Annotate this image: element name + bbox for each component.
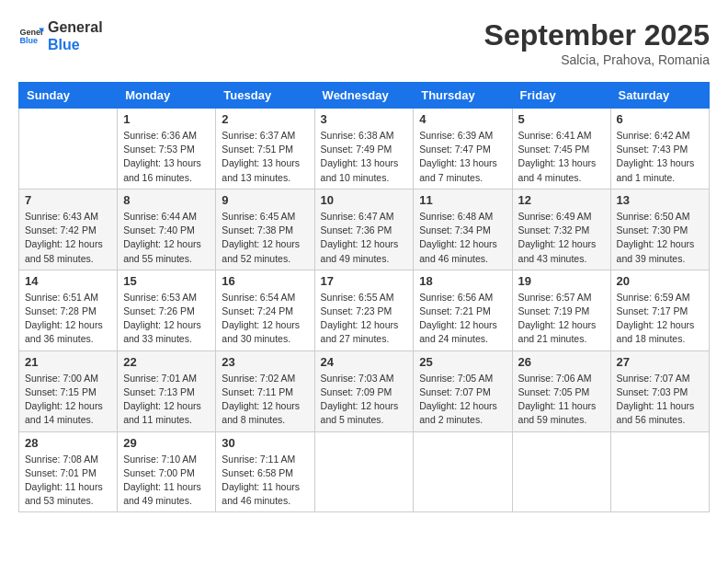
day-number: 6 [617, 112, 703, 126]
day-info: Sunrise: 6:36 AM Sunset: 7:53 PM Dayligh… [123, 129, 210, 185]
calendar-cell: 1Sunrise: 6:36 AM Sunset: 7:53 PM Daylig… [118, 109, 216, 190]
header: General Blue General Blue September 2025… [18, 18, 710, 67]
calendar-cell: 30Sunrise: 7:11 AM Sunset: 6:58 PM Dayli… [216, 431, 314, 512]
day-info: Sunrise: 6:42 AM Sunset: 7:43 PM Dayligh… [617, 129, 703, 185]
calendar-cell: 17Sunrise: 6:55 AM Sunset: 7:23 PM Dayli… [314, 270, 414, 350]
day-info: Sunrise: 6:38 AM Sunset: 7:49 PM Dayligh… [321, 129, 408, 185]
calendar-cell: 7Sunrise: 6:43 AM Sunset: 7:42 PM Daylig… [19, 189, 118, 270]
day-info: Sunrise: 6:50 AM Sunset: 7:30 PM Dayligh… [617, 210, 703, 266]
day-info: Sunrise: 6:49 AM Sunset: 7:32 PM Dayligh… [518, 210, 605, 266]
calendar-week-row: 14Sunrise: 6:51 AM Sunset: 7:28 PM Dayli… [19, 270, 710, 350]
weekday-header-row: SundayMondayTuesdayWednesdayThursdayFrid… [19, 83, 710, 109]
calendar-cell: 27Sunrise: 7:07 AM Sunset: 7:03 PM Dayli… [610, 350, 709, 431]
day-info: Sunrise: 7:06 AM Sunset: 7:05 PM Dayligh… [518, 372, 605, 428]
calendar-cell: 8Sunrise: 6:44 AM Sunset: 7:40 PM Daylig… [118, 189, 216, 270]
day-info: Sunrise: 6:41 AM Sunset: 7:45 PM Dayligh… [518, 129, 605, 185]
calendar-cell: 6Sunrise: 6:42 AM Sunset: 7:43 PM Daylig… [610, 109, 709, 190]
day-number: 2 [222, 112, 308, 126]
logo-icon: General Blue [18, 23, 44, 49]
day-info: Sunrise: 7:05 AM Sunset: 7:07 PM Dayligh… [419, 372, 506, 428]
calendar-cell: 13Sunrise: 6:50 AM Sunset: 7:30 PM Dayli… [610, 189, 709, 270]
day-info: Sunrise: 6:48 AM Sunset: 7:34 PM Dayligh… [419, 210, 506, 266]
weekday-header-thursday: Thursday [414, 83, 512, 109]
day-number: 7 [25, 193, 111, 207]
day-info: Sunrise: 7:03 AM Sunset: 7:09 PM Dayligh… [321, 372, 408, 428]
calendar-cell: 23Sunrise: 7:02 AM Sunset: 7:11 PM Dayli… [216, 350, 314, 431]
day-number: 13 [617, 193, 703, 207]
day-info: Sunrise: 6:51 AM Sunset: 7:28 PM Dayligh… [25, 291, 111, 347]
day-number: 17 [321, 274, 408, 288]
day-info: Sunrise: 6:54 AM Sunset: 7:24 PM Dayligh… [222, 291, 308, 347]
day-info: Sunrise: 6:43 AM Sunset: 7:42 PM Dayligh… [25, 210, 111, 266]
calendar-cell: 21Sunrise: 7:00 AM Sunset: 7:15 PM Dayli… [19, 350, 118, 431]
day-number: 23 [222, 355, 308, 369]
day-info: Sunrise: 6:45 AM Sunset: 7:38 PM Dayligh… [222, 210, 308, 266]
day-number: 26 [518, 355, 605, 369]
calendar-week-row: 7Sunrise: 6:43 AM Sunset: 7:42 PM Daylig… [19, 189, 710, 270]
weekday-header-tuesday: Tuesday [216, 83, 314, 109]
day-info: Sunrise: 6:59 AM Sunset: 7:17 PM Dayligh… [617, 291, 703, 347]
day-number: 1 [123, 112, 210, 126]
calendar-cell: 19Sunrise: 6:57 AM Sunset: 7:19 PM Dayli… [512, 270, 610, 350]
day-number: 30 [222, 436, 308, 450]
day-info: Sunrise: 6:53 AM Sunset: 7:26 PM Dayligh… [123, 291, 210, 347]
day-info: Sunrise: 6:39 AM Sunset: 7:47 PM Dayligh… [419, 129, 506, 185]
calendar-week-row: 28Sunrise: 7:08 AM Sunset: 7:01 PM Dayli… [19, 431, 710, 512]
calendar-week-row: 21Sunrise: 7:00 AM Sunset: 7:15 PM Dayli… [19, 350, 710, 431]
calendar-cell: 4Sunrise: 6:39 AM Sunset: 7:47 PM Daylig… [414, 109, 512, 190]
calendar-cell [314, 431, 414, 512]
logo: General Blue General Blue [18, 18, 103, 53]
weekday-header-sunday: Sunday [19, 83, 118, 109]
day-number: 11 [419, 193, 506, 207]
day-number: 27 [617, 355, 703, 369]
day-number: 20 [617, 274, 703, 288]
weekday-header-saturday: Saturday [610, 83, 709, 109]
day-number: 15 [123, 274, 210, 288]
calendar-week-row: 1Sunrise: 6:36 AM Sunset: 7:53 PM Daylig… [19, 109, 710, 190]
day-number: 22 [123, 355, 210, 369]
day-number: 10 [321, 193, 408, 207]
weekday-header-friday: Friday [512, 83, 610, 109]
weekday-header-monday: Monday [118, 83, 216, 109]
day-info: Sunrise: 7:11 AM Sunset: 6:58 PM Dayligh… [222, 453, 308, 509]
day-info: Sunrise: 6:55 AM Sunset: 7:23 PM Dayligh… [321, 291, 408, 347]
day-number: 21 [25, 355, 111, 369]
calendar-cell: 2Sunrise: 6:37 AM Sunset: 7:51 PM Daylig… [216, 109, 314, 190]
day-number: 4 [419, 112, 506, 126]
calendar-cell: 9Sunrise: 6:45 AM Sunset: 7:38 PM Daylig… [216, 189, 314, 270]
calendar-cell: 15Sunrise: 6:53 AM Sunset: 7:26 PM Dayli… [118, 270, 216, 350]
calendar-cell [19, 109, 118, 190]
day-info: Sunrise: 6:37 AM Sunset: 7:51 PM Dayligh… [222, 129, 308, 185]
calendar-cell: 29Sunrise: 7:10 AM Sunset: 7:00 PM Dayli… [118, 431, 216, 512]
calendar-cell: 12Sunrise: 6:49 AM Sunset: 7:32 PM Dayli… [512, 189, 610, 270]
day-number: 16 [222, 274, 308, 288]
calendar-cell: 25Sunrise: 7:05 AM Sunset: 7:07 PM Dayli… [414, 350, 512, 431]
day-number: 25 [419, 355, 506, 369]
calendar-table: SundayMondayTuesdayWednesdayThursdayFrid… [18, 82, 710, 512]
calendar-cell: 22Sunrise: 7:01 AM Sunset: 7:13 PM Dayli… [118, 350, 216, 431]
day-number: 18 [419, 274, 506, 288]
day-info: Sunrise: 7:07 AM Sunset: 7:03 PM Dayligh… [617, 372, 703, 428]
day-info: Sunrise: 7:08 AM Sunset: 7:01 PM Dayligh… [25, 453, 111, 509]
location: Salcia, Prahova, Romania [484, 52, 710, 67]
day-number: 29 [123, 436, 210, 450]
day-info: Sunrise: 7:00 AM Sunset: 7:15 PM Dayligh… [25, 372, 111, 428]
calendar-cell: 24Sunrise: 7:03 AM Sunset: 7:09 PM Dayli… [314, 350, 414, 431]
calendar-cell: 11Sunrise: 6:48 AM Sunset: 7:34 PM Dayli… [414, 189, 512, 270]
calendar-cell: 20Sunrise: 6:59 AM Sunset: 7:17 PM Dayli… [610, 270, 709, 350]
calendar-cell: 16Sunrise: 6:54 AM Sunset: 7:24 PM Dayli… [216, 270, 314, 350]
calendar-cell: 18Sunrise: 6:56 AM Sunset: 7:21 PM Dayli… [414, 270, 512, 350]
day-info: Sunrise: 7:01 AM Sunset: 7:13 PM Dayligh… [123, 372, 210, 428]
calendar-cell: 5Sunrise: 6:41 AM Sunset: 7:45 PM Daylig… [512, 109, 610, 190]
logo-line1: General [48, 18, 103, 36]
day-info: Sunrise: 6:44 AM Sunset: 7:40 PM Dayligh… [123, 210, 210, 266]
calendar-cell [610, 431, 709, 512]
calendar-cell [414, 431, 512, 512]
day-info: Sunrise: 7:02 AM Sunset: 7:11 PM Dayligh… [222, 372, 308, 428]
day-info: Sunrise: 6:57 AM Sunset: 7:19 PM Dayligh… [518, 291, 605, 347]
day-number: 3 [321, 112, 408, 126]
svg-text:Blue: Blue [19, 37, 38, 46]
day-info: Sunrise: 6:47 AM Sunset: 7:36 PM Dayligh… [321, 210, 408, 266]
day-number: 12 [518, 193, 605, 207]
calendar-cell: 10Sunrise: 6:47 AM Sunset: 7:36 PM Dayli… [314, 189, 414, 270]
